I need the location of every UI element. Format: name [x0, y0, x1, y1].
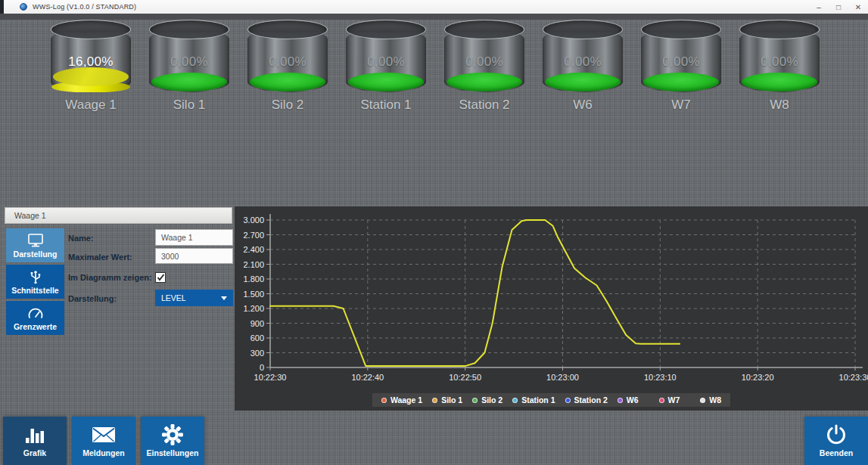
top-strip — [0, 14, 868, 20]
tank-top-opening — [739, 20, 820, 39]
tank-top-opening — [149, 20, 229, 39]
tank-w7[interactable]: 0,00% W7 — [632, 20, 730, 113]
grafik-button[interactable]: Grafik — [3, 417, 67, 465]
legend-item-station-1: Station 1 — [512, 395, 555, 405]
tank-top-opening — [346, 20, 426, 39]
svg-text:10:23:10: 10:23:10 — [644, 373, 677, 382]
title-bar: WWS-Log (V1.0.0 / STANDARD) – □ ✕ — [0, 0, 868, 14]
tank-label: Silo 2 — [272, 98, 304, 113]
tank-percent: 16,00% — [51, 54, 131, 70]
legend-dot — [432, 398, 437, 403]
legend-item-silo-1: Silo 1 — [432, 395, 462, 405]
svg-text:10:23:20: 10:23:20 — [742, 373, 774, 382]
svg-text:10:22:50: 10:22:50 — [449, 373, 481, 382]
line-chart: 03006009001.2001.5001.8002.1002.4002.700… — [235, 206, 868, 411]
tank-percent: 0,00% — [641, 54, 721, 70]
tank-label: Silo 1 — [173, 98, 206, 113]
tank-top-opening — [641, 20, 721, 39]
legend-dot — [512, 398, 518, 403]
minimize-button[interactable]: – — [809, 0, 829, 14]
tab-grenzwerte[interactable]: Grenzwerte — [6, 301, 64, 335]
close-button[interactable]: ✕ — [848, 0, 868, 14]
tab-darstellung[interactable]: Darstellung — [6, 228, 64, 262]
legend-item-silo-2: Silo 2 — [472, 395, 502, 405]
gauge-icon — [27, 306, 44, 320]
power-icon — [826, 424, 847, 445]
show-in-diagram-label: Im Diagramm zeigen: — [68, 273, 152, 282]
svg-text:3.000: 3.000 — [243, 215, 264, 225]
darstellung-label: Darstellung: — [68, 294, 117, 303]
tank-fill-level — [643, 73, 719, 91]
tank-percent: 0,00% — [739, 54, 820, 70]
einstellungen-button[interactable]: Einstellungen — [141, 417, 204, 465]
legend-item-waage-1: Waage 1 — [381, 395, 422, 405]
legend-dot — [381, 398, 387, 403]
name-input[interactable] — [155, 229, 233, 246]
show-in-diagram-checkbox[interactable] — [155, 272, 166, 283]
svg-text:300: 300 — [250, 349, 264, 358]
tank-label: W6 — [573, 98, 593, 113]
tank-w8[interactable]: 0,00% W8 — [730, 20, 829, 113]
monitor-icon — [27, 234, 44, 247]
tank-percent: 0,00% — [149, 54, 229, 70]
legend-dot — [565, 398, 571, 403]
tank-fill-level — [151, 73, 227, 91]
tank-waage-1[interactable]: 16,00% Waage 1 — [42, 20, 140, 113]
legend-item-w8: W8 — [700, 395, 721, 405]
tank-label: Station 2 — [459, 98, 509, 113]
svg-text:2.400: 2.400 — [243, 245, 264, 254]
tank-silo-1[interactable]: 0,00% Silo 1 — [140, 20, 238, 113]
tank-top-opening — [51, 20, 131, 39]
legend-dot — [659, 398, 664, 403]
tank-fill-level — [446, 73, 522, 91]
tank-label: W8 — [770, 98, 789, 113]
selected-tank-header: Waage 1 — [5, 207, 232, 224]
svg-text:600: 600 — [250, 333, 264, 343]
tank-fill-level — [250, 73, 325, 91]
settings-tabs: Darstellung Schnittstelle Grenzwerte — [6, 228, 64, 335]
tank-percent: 0,00% — [444, 54, 524, 70]
window-edge — [0, 0, 4, 14]
tank-silo-2[interactable]: 0,00% Silo 2 — [238, 20, 337, 113]
beenden-button[interactable]: Beenden — [804, 417, 868, 465]
legend-item-w6: W6 — [618, 395, 639, 405]
svg-text:900: 900 — [250, 319, 264, 328]
svg-text:0: 0 — [260, 363, 264, 372]
tank-label: W7 — [671, 98, 691, 113]
tank-label: Waage 1 — [65, 98, 116, 113]
tank-station-1[interactable]: 0,00% Station 1 — [337, 20, 435, 113]
wws-log-window: WWS-Log (V1.0.0 / STANDARD) – □ ✕ 16,00%… — [0, 0, 868, 465]
svg-text:10:22:40: 10:22:40 — [351, 373, 384, 382]
max-value-input[interactable] — [155, 248, 233, 264]
svg-text:1.500: 1.500 — [243, 290, 264, 299]
checkmark-icon — [157, 274, 165, 281]
svg-text:1.200: 1.200 — [243, 304, 264, 313]
svg-text:2.700: 2.700 — [243, 231, 264, 240]
maximize-button[interactable]: □ — [829, 0, 848, 14]
svg-text:10:23:30: 10:23:30 — [839, 373, 868, 382]
gear-icon — [162, 424, 183, 445]
tank-top-opening — [247, 20, 328, 39]
legend-item-w7: W7 — [659, 395, 680, 405]
legend-dot — [472, 398, 478, 403]
legend-dot — [700, 398, 705, 403]
usb-icon — [29, 270, 42, 284]
tank-fill-level — [545, 73, 621, 91]
svg-text:10:23:00: 10:23:00 — [546, 373, 579, 382]
tank-station-2[interactable]: 0,00% Station 2 — [435, 20, 534, 113]
window-title: WWS-Log (V1.0.0 / STANDARD) — [33, 3, 136, 11]
tab-schnittstelle[interactable]: Schnittstelle — [6, 265, 64, 299]
svg-text:2.100: 2.100 — [243, 260, 264, 269]
tank-percent: 0,00% — [247, 54, 328, 70]
dropdown-value: LEVEL — [161, 293, 221, 302]
svg-text:1.800: 1.800 — [243, 274, 264, 284]
tank-percent: 0,00% — [346, 54, 426, 70]
meldungen-button[interactable]: Meldungen — [72, 417, 135, 465]
legend-dot — [618, 398, 623, 403]
tank-w6[interactable]: 0,00% W6 — [534, 20, 632, 113]
tank-top-opening — [543, 20, 623, 39]
legend-item-station-2: Station 2 — [565, 395, 608, 405]
darstellung-dropdown[interactable]: LEVEL — [155, 290, 233, 306]
app-logo-icon — [20, 3, 27, 11]
bar-chart-icon — [23, 424, 46, 445]
